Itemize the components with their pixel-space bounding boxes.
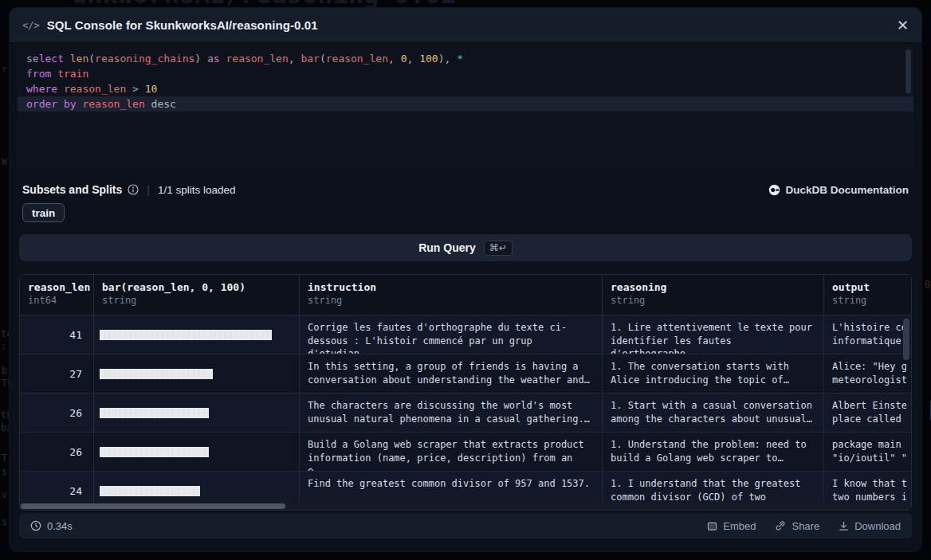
sql-editor[interactable]: select len(reasoning_chains) as reason_l… xyxy=(18,45,913,172)
column-type: string xyxy=(308,295,594,306)
sql-code-line: where reason_len > 10 xyxy=(18,81,913,96)
cell-instruction: Build a Golang web scraper that extracts… xyxy=(300,433,603,471)
cell-output: L'histoire co informatique xyxy=(824,315,906,354)
cell-instruction: Corrige les fautes d'orthographe du text… xyxy=(300,315,603,354)
cell-output: Albert Einste place called xyxy=(824,394,906,432)
column-header-reason-len: reason_lenint64 xyxy=(20,275,94,315)
table-body: 41Corrige les fautes d'orthographe du te… xyxy=(20,315,911,511)
footer-actions: Embed Share Download xyxy=(707,520,901,532)
column-name: bar(reason_len, 0, 100) xyxy=(102,281,291,293)
embed-button[interactable]: Embed xyxy=(707,520,756,532)
splits-bar: Subsets and Splits | 1/1 splits loaded D… xyxy=(22,182,909,198)
cell-output: package main "io/ioutil" " xyxy=(824,433,906,471)
cell-reasoning: 1. The conversation starts with Alice in… xyxy=(603,354,824,393)
close-icon[interactable]: ✕ xyxy=(897,18,909,33)
info-icon[interactable] xyxy=(128,184,139,195)
bar-fill xyxy=(100,330,272,340)
column-header-output: outputstring xyxy=(824,275,906,315)
cell-output: Alice: "Hey g meteorologist xyxy=(824,354,906,393)
table-row: 26Build a Golang web scraper that extrac… xyxy=(20,433,911,472)
splits-status: 1/1 splits loaded xyxy=(158,184,236,196)
cell-reason-len: 26 xyxy=(20,433,94,471)
sql-code-line: from train xyxy=(18,66,913,81)
column-header-instruction: instructionstring xyxy=(300,275,603,315)
embed-icon xyxy=(707,521,717,531)
bar-fill xyxy=(100,408,209,418)
table-row: 41Corrige les fautes d'orthographe du te… xyxy=(20,315,911,354)
cell-reasoning: 1. Understand the problem: need to build… xyxy=(603,433,824,471)
column-type: int64 xyxy=(28,295,85,306)
link-icon xyxy=(775,520,786,531)
column-name: output xyxy=(832,281,898,293)
cell-bar-visualization xyxy=(94,354,300,393)
modal-title: SQL Console for SkunkworksAI/reasoning-0… xyxy=(47,18,318,32)
bar-fill xyxy=(100,486,200,496)
share-label: Share xyxy=(792,520,819,532)
clock-icon xyxy=(30,520,41,531)
background-text-fragment: B xyxy=(925,279,930,290)
duckdb-logo-icon xyxy=(768,184,780,196)
column-name: instruction xyxy=(308,281,594,293)
download-button[interactable]: Download xyxy=(839,520,901,532)
modal-titlebar: </> SQL Console for SkunkworksAI/reasoni… xyxy=(10,8,921,43)
cell-bar-visualization xyxy=(94,394,300,432)
share-button[interactable]: Share xyxy=(775,520,819,532)
column-header-reasoning: reasoningstring xyxy=(603,275,824,315)
cell-reason-len: 41 xyxy=(20,315,94,354)
column-name: reason_len xyxy=(28,281,85,293)
results-footer: 0.34s Embed Share xyxy=(19,513,912,538)
duckdb-documentation-link[interactable]: DuckDB Documentation xyxy=(768,184,909,196)
embed-label: Embed xyxy=(723,520,756,532)
cell-instruction: In this setting, a group of friends is h… xyxy=(300,354,603,393)
keyboard-shortcut-badge: ⌘↵ xyxy=(484,241,513,256)
table-header-row: reason_lenint64bar(reason_len, 0, 100)st… xyxy=(20,275,911,315)
cell-bar-visualization xyxy=(94,315,300,354)
splits-title: Subsets and Splits xyxy=(22,183,122,196)
divider: | xyxy=(147,183,150,196)
results-table: reason_lenint64bar(reason_len, 0, 100)st… xyxy=(19,274,912,511)
cell-bar-visualization xyxy=(94,433,300,471)
download-label: Download xyxy=(854,520,901,532)
sql-code-lines: select len(reasoning_chains) as reason_l… xyxy=(18,51,913,112)
download-icon xyxy=(839,521,849,531)
table-horizontal-scrollbar-thumb[interactable] xyxy=(21,503,285,509)
column-header-bar-reason-len-0-100-: bar(reason_len, 0, 100)string xyxy=(94,275,300,315)
background-text-fragment: W xyxy=(2,156,7,167)
table-row: 26The characters are discussing the worl… xyxy=(20,394,911,433)
cell-reason-len: 27 xyxy=(20,354,94,393)
duckdb-documentation-label: DuckDB Documentation xyxy=(785,184,909,196)
column-type: string xyxy=(832,295,898,306)
sql-console-modal: </> SQL Console for SkunkworksAI/reasoni… xyxy=(10,8,921,551)
split-chip-label: train xyxy=(32,207,55,219)
code-icon: </> xyxy=(22,20,40,31)
split-chip-train[interactable]: train xyxy=(22,203,65,222)
editor-scrollbar-thumb[interactable] xyxy=(905,49,911,94)
run-query-label: Run Query xyxy=(418,241,476,254)
table-horizontal-scrollbar-track xyxy=(20,503,911,510)
background-text-fragment: v xyxy=(2,489,7,500)
column-type: string xyxy=(102,295,291,306)
sql-code-line: order by reason_len desc xyxy=(18,96,913,112)
query-time-value: 0.34s xyxy=(47,520,73,532)
query-time: 0.34s xyxy=(30,520,73,532)
table-vertical-scrollbar-thumb[interactable] xyxy=(903,319,909,360)
run-query-button[interactable]: Run Query ⌘↵ xyxy=(19,234,912,261)
background-text-fragment: │ xyxy=(926,401,931,420)
cell-reason-len: 26 xyxy=(20,394,94,432)
cell-reasoning: 1. Lire attentivement le texte pour iden… xyxy=(603,315,824,354)
background-text-fragment: s xyxy=(2,516,7,527)
sql-code-line: select len(reasoning_chains) as reason_l… xyxy=(18,51,913,66)
background-text-fragment: b xyxy=(2,365,7,376)
cell-reasoning: 1. Start with a casual conversation amon… xyxy=(603,394,824,432)
cell-instruction: The characters are discussing the world'… xyxy=(300,394,603,432)
bar-fill xyxy=(100,369,213,379)
column-type: string xyxy=(611,295,815,306)
column-name: reasoning xyxy=(611,281,815,293)
background-text-fragment: T xyxy=(2,452,7,464)
table-row: 27In this setting, a group of friends is… xyxy=(20,354,911,394)
background-text-fragment: s xyxy=(2,466,7,477)
bar-fill xyxy=(100,447,209,457)
